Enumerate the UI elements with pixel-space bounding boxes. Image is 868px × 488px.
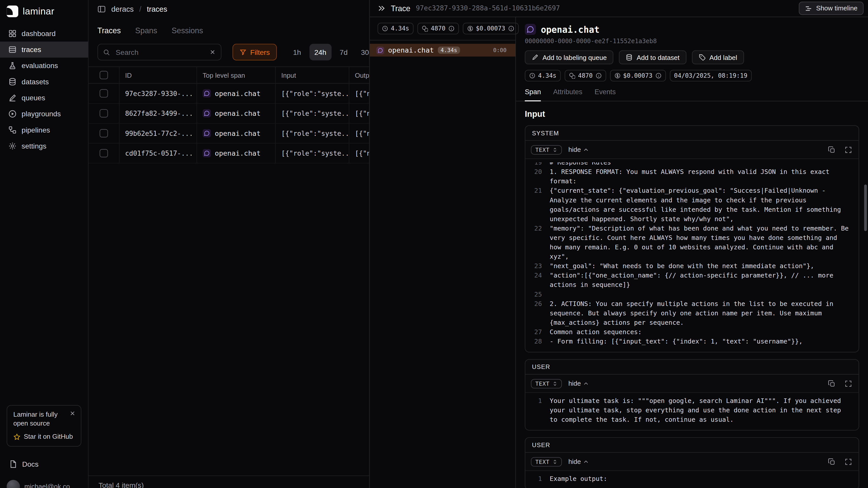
scrollbar-thumb[interactable]	[864, 184, 867, 231]
sidebar-item-label: evaluations	[22, 61, 58, 70]
tab-events[interactable]: Events	[595, 88, 616, 101]
info-icon[interactable]	[508, 25, 514, 31]
format-select[interactable]: TEXT	[531, 457, 562, 466]
hide-toggle[interactable]: hide	[568, 146, 589, 153]
show-timeline-button[interactable]: Show timeline	[799, 2, 864, 15]
search-box[interactable]	[97, 44, 221, 60]
row-checkbox[interactable]	[100, 89, 108, 97]
span-tree-panel: 4.34s 4870 $0.00073	[370, 17, 516, 488]
tree-span-name: openai.chat	[388, 46, 434, 54]
tab-span[interactable]: Span	[525, 88, 541, 101]
code-line: 23"next_goal": "What needs to be done wi…	[530, 261, 852, 271]
tag-icon	[698, 54, 705, 61]
tab-attributes[interactable]: Attributes	[553, 88, 582, 101]
line-number: 24	[530, 271, 542, 290]
range-7d[interactable]: 7d	[335, 44, 352, 60]
line-text: - Form filling: [{"input_text": {"index"…	[550, 337, 852, 346]
code-block[interactable]: 19# Response Rules 201. RESPONSE FORMAT:…	[525, 159, 859, 352]
range-30d[interactable]: 30d	[356, 44, 369, 60]
copy-icon[interactable]	[827, 145, 836, 154]
copy-icon[interactable]	[827, 379, 836, 389]
table-row[interactable]: 8627fa82-3499-... openai.chat [{"role":"…	[89, 104, 369, 124]
add-to-labeling-queue-button[interactable]: Add to labeling queue	[525, 51, 613, 64]
sidebar-item-playgrounds[interactable]: playgrounds	[0, 106, 88, 122]
filter-icon	[240, 49, 246, 55]
search-icon	[103, 49, 110, 56]
sidebar-item-pipelines[interactable]: pipelines	[0, 122, 88, 138]
sidebar-item-label: traces	[22, 46, 41, 54]
copy-icon[interactable]	[827, 457, 836, 466]
expand-icon[interactable]	[843, 145, 853, 154]
span-tree-row-selected[interactable]: openai.chat 4.34s 0:00	[370, 44, 516, 56]
tokens-badge: 4870	[565, 70, 606, 82]
expand-icon[interactable]	[843, 379, 853, 389]
breadcrumb-project[interactable]: deracs	[111, 5, 134, 13]
add-label-label: Add label	[710, 54, 737, 61]
span-name-cell: openai.chat	[215, 109, 261, 118]
add-label-button[interactable]: Add label	[692, 51, 744, 64]
message-role: USER	[525, 360, 859, 374]
line-number: 25	[530, 290, 542, 299]
table-row[interactable]: cd01f75c-0517-... openai.chat [{"role":"…	[89, 143, 369, 164]
add-to-dataset-button[interactable]: Add to dataset	[619, 51, 686, 64]
line-text: "memory": "Description of what has been …	[550, 224, 852, 261]
chat-bubble-icon	[203, 129, 211, 137]
breadcrumb-separator: /	[139, 5, 141, 13]
format-select[interactable]: TEXT	[531, 379, 562, 388]
span-name-cell: openai.chat	[215, 129, 261, 137]
expand-icon[interactable]	[843, 457, 853, 466]
filters-button[interactable]: Filters	[232, 44, 277, 60]
sidebar-item-settings[interactable]: settings	[0, 138, 88, 154]
laminar-logo: laminar	[0, 0, 88, 17]
gear-icon	[8, 142, 17, 150]
select-all-checkbox[interactable]	[100, 71, 108, 79]
cost-value: $0.00073	[623, 72, 653, 79]
tab-traces[interactable]: Traces	[97, 26, 121, 35]
tokens-value: 4870	[431, 25, 445, 32]
sidebar-item-datasets[interactable]: datasets	[0, 74, 88, 90]
range-24h[interactable]: 24h	[309, 44, 332, 60]
tab-sessions[interactable]: Sessions	[172, 26, 203, 35]
info-icon[interactable]	[655, 73, 661, 79]
timeline-icon	[805, 5, 812, 12]
line-text: "next_goal": "What needs to be done with…	[550, 261, 852, 271]
cost-value: $0.00073	[476, 25, 505, 32]
trace-uuid: 97ec3287-9330-288a-561d-10631b6e2697	[416, 4, 560, 12]
star-github-link[interactable]: Star it on GitHub	[13, 433, 74, 441]
time-range-group: 1h 24h 7d 30d All	[288, 44, 369, 60]
close-icon[interactable]	[69, 409, 76, 418]
table-row[interactable]: 99b62e51-77c2-... openai.chat [{"role":"…	[89, 124, 369, 144]
tab-spans[interactable]: Spans	[135, 26, 157, 35]
sidebar-item-traces[interactable]: traces	[0, 41, 88, 58]
hide-toggle[interactable]: hide	[568, 458, 589, 466]
row-checkbox[interactable]	[100, 129, 108, 137]
coins-icon	[422, 25, 428, 31]
row-checkbox[interactable]	[100, 109, 108, 118]
sidebar-item-queues[interactable]: queues	[0, 90, 88, 106]
code-block[interactable]: 1Your ultimate task is: """open google, …	[525, 392, 859, 430]
line-text: {"current_state": {"evaluation_previous_…	[550, 186, 852, 224]
code-block[interactable]: 1Example output:	[525, 470, 859, 488]
trace-stats: 4.34s 4870 $0.00073	[370, 17, 516, 40]
workflow-icon	[8, 126, 17, 134]
code-line: 201. RESPONSE FORMAT: You must ALWAYS re…	[530, 167, 852, 186]
table-row[interactable]: 97ec3287-9330-... openai.chat [{"role":"…	[89, 84, 369, 104]
panel-left-icon[interactable]	[97, 5, 106, 13]
clear-search-icon[interactable]	[209, 49, 216, 55]
datetime-badge: 04/03/2025, 08:19:19	[670, 70, 752, 82]
format-select[interactable]: TEXT	[531, 145, 562, 154]
chevrons-right-icon[interactable]	[377, 4, 385, 12]
list-footer: Total 4 item(s)	[89, 475, 369, 488]
docs-link[interactable]: Docs	[9, 460, 38, 468]
row-checkbox[interactable]	[100, 149, 108, 157]
search-input[interactable]	[115, 48, 205, 57]
sidebar-item-evaluations[interactable]: evaluations	[0, 58, 88, 74]
user-account[interactable]: michael@ok.co	[7, 480, 70, 488]
range-1h[interactable]: 1h	[288, 44, 306, 60]
input-section-title: Input	[525, 109, 859, 119]
sidebar-item-dashboard[interactable]: dashboard	[0, 25, 88, 41]
pencil-icon	[531, 54, 538, 61]
info-icon[interactable]	[448, 25, 454, 31]
hide-toggle[interactable]: hide	[568, 380, 589, 387]
info-icon[interactable]	[595, 73, 601, 79]
